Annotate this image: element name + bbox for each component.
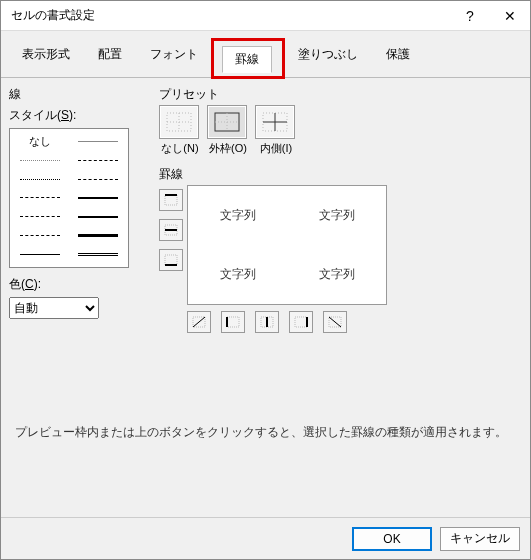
border-diag-up-button[interactable] — [187, 311, 211, 333]
preview-cell-4: 文字列 — [287, 245, 386, 304]
tab-bar: 表示形式 配置 フォント 罫線 塗りつぶし 保護 — [1, 35, 530, 78]
border-diag-down-icon — [327, 315, 343, 329]
border-bottom-buttons — [187, 311, 522, 333]
line-style-list[interactable]: なし — [9, 128, 129, 268]
svg-rect-9 — [165, 195, 177, 205]
ok-button[interactable]: OK — [352, 527, 432, 551]
line-style-5[interactable] — [72, 171, 124, 188]
preset-inside-icon — [261, 111, 289, 133]
right-panel: プリセット なし(N) 外枠(O) 内側(I) — [159, 86, 522, 410]
tab-protect[interactable]: 保護 — [373, 41, 423, 77]
dialog-footer: OK キャンセル — [1, 517, 530, 559]
preview-cell-2: 文字列 — [287, 186, 386, 245]
line-panel: 線 スタイル(S): なし 色(C): 自動 — [9, 86, 149, 410]
svg-line-24 — [329, 317, 341, 327]
preview-cell-3: 文字列 — [188, 245, 287, 304]
tab-display[interactable]: 表示形式 — [9, 41, 83, 77]
line-style-13[interactable] — [72, 246, 124, 263]
border-diag-down-button[interactable] — [323, 311, 347, 333]
line-group-label: 線 — [9, 86, 149, 103]
border-diag-up-icon — [191, 315, 207, 329]
border-bottom-icon — [163, 253, 179, 267]
border-group: 罫線 文字列 文字列 文字列 文字列 — [159, 166, 522, 333]
border-bottom-button[interactable] — [159, 249, 183, 271]
tab-align[interactable]: 配置 — [85, 41, 135, 77]
close-button[interactable]: ✕ — [490, 1, 530, 31]
line-style-6[interactable] — [14, 190, 66, 207]
dialog-title: セルの書式設定 — [11, 7, 450, 24]
help-icon: ? — [466, 8, 474, 24]
preset-none-label: なし(N) — [159, 141, 201, 156]
line-style-2[interactable] — [14, 152, 66, 169]
border-preview[interactable]: 文字列 文字列 文字列 文字列 — [187, 185, 387, 305]
border-right-icon — [293, 315, 309, 329]
line-color-select[interactable]: 自動 — [9, 297, 149, 319]
line-style-8[interactable] — [14, 208, 66, 225]
preset-outline-icon — [213, 111, 241, 133]
tab-border[interactable]: 罫線 — [222, 46, 272, 73]
preset-label: プリセット — [159, 86, 522, 103]
line-color-label: 色(C): — [9, 276, 149, 293]
tab-font[interactable]: フォント — [137, 41, 211, 77]
hint-text: プレビュー枠内または上のボタンをクリックすると、選択した罫線の種類が適用されます… — [1, 418, 530, 447]
preset-outline[interactable]: 外枠(O) — [207, 105, 249, 156]
line-style-4[interactable] — [14, 171, 66, 188]
titlebar: セルの書式設定 ? ✕ — [1, 1, 530, 31]
border-vmiddle-icon — [259, 315, 275, 329]
preset-outline-label: 外枠(O) — [207, 141, 249, 156]
line-style-7[interactable] — [72, 190, 124, 207]
tab-fill[interactable]: 塗りつぶし — [285, 41, 371, 77]
help-button[interactable]: ? — [450, 1, 490, 31]
tab-border-highlight: 罫線 — [211, 38, 285, 79]
cancel-button[interactable]: キャンセル — [440, 527, 520, 551]
close-icon: ✕ — [504, 8, 516, 24]
border-left-icon — [225, 315, 241, 329]
border-label: 罫線 — [159, 166, 522, 183]
svg-line-16 — [193, 317, 205, 327]
preview-cell-1: 文字列 — [188, 186, 287, 245]
line-style-9[interactable] — [72, 208, 124, 225]
line-style-1[interactable] — [72, 133, 124, 150]
dialog-window: セルの書式設定 ? ✕ 表示形式 配置 フォント 罫線 塗りつぶし 保護 線 ス… — [0, 0, 531, 560]
line-style-3[interactable] — [72, 152, 124, 169]
border-top-button[interactable] — [159, 189, 183, 211]
preset-inside-label: 内側(I) — [255, 141, 297, 156]
line-style-12[interactable] — [14, 246, 66, 263]
line-style-10[interactable] — [14, 227, 66, 244]
svg-rect-21 — [295, 317, 307, 327]
border-right-button[interactable] — [289, 311, 313, 333]
border-side-left-buttons — [159, 189, 183, 305]
line-style-11[interactable] — [72, 227, 124, 244]
tab-content: 線 スタイル(S): なし 色(C): 自動 — [1, 78, 530, 418]
border-top-icon — [163, 193, 179, 207]
border-hmiddle-icon — [163, 223, 179, 237]
preset-none-icon — [165, 111, 193, 133]
border-vmiddle-button[interactable] — [255, 311, 279, 333]
preset-group: プリセット なし(N) 外枠(O) 内側(I) — [159, 86, 522, 156]
line-style-none[interactable]: なし — [14, 133, 66, 150]
svg-rect-17 — [227, 317, 239, 327]
line-style-label: スタイル(S): — [9, 107, 149, 124]
svg-rect-13 — [165, 255, 177, 265]
border-hmiddle-button[interactable] — [159, 219, 183, 241]
border-left-button[interactable] — [221, 311, 245, 333]
line-color-dropdown[interactable]: 自動 — [9, 297, 99, 319]
preset-inside[interactable]: 内側(I) — [255, 105, 297, 156]
preset-none[interactable]: なし(N) — [159, 105, 201, 156]
